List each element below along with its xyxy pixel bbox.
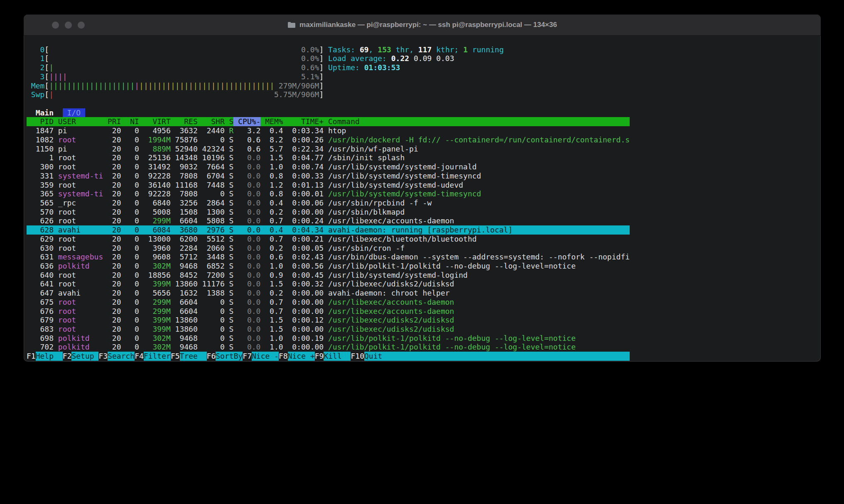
process-row-702[interactable]: 702polkitd200302M94680S0.01.00:00.00/usr… [27, 343, 630, 352]
cell-virt: 5008 [139, 208, 171, 217]
fkey-label-tree[interactable]: Tree [180, 352, 207, 361]
cell-cmd: /usr/lib/systemd/systemd-timesyncd [328, 171, 630, 181]
fkey-f10[interactable]: F10 [351, 352, 364, 361]
cell-user: systemd-ti [58, 171, 103, 181]
cell-virt: 299M [139, 216, 171, 225]
cell-pid: 640 [27, 271, 54, 280]
cell-virt: 9608 [139, 252, 171, 262]
process-row-570[interactable]: 570root200500815081300S0.00.20:00.00/usr… [27, 208, 630, 217]
column-header-s[interactable]: S [225, 117, 234, 126]
process-row-683[interactable]: 683root200399M138600S0.01.50:00.00/usr/l… [27, 325, 630, 334]
load-15min: 0.03 [432, 54, 454, 63]
cell-res: 7808 [171, 171, 198, 181]
cell-cmd: /usr/lib/polkit-1/polkitd --no-debug --l… [328, 262, 630, 271]
cell-user: avahi [58, 289, 103, 298]
process-row-628[interactable]: 628avahi200608436802976S0.00.40:04.34ava… [27, 225, 630, 235]
cell-ni: 0 [121, 289, 139, 298]
cell-cpu: 0.0 [233, 334, 260, 343]
zoom-button[interactable] [78, 22, 85, 29]
fkey-label-search[interactable]: Search [108, 352, 135, 361]
process-row-565[interactable]: 565_rpc200684032562864S0.00.40:00.06/usr… [27, 198, 630, 208]
column-header-ni[interactable]: NI [121, 117, 139, 126]
fkey-f5[interactable]: F5 [171, 352, 180, 361]
column-header-cpu[interactable]: CPU%- [233, 117, 260, 126]
kthread-count: 117 [418, 45, 432, 54]
tab-main[interactable]: Main [31, 108, 58, 117]
fkey-f1[interactable]: F1 [27, 352, 36, 361]
cell-pid: 570 [27, 208, 54, 217]
memory-meter: Mem[||||||||||||||||||||||||||||||||||||… [27, 81, 324, 90]
fkey-label-help[interactable]: Help [36, 352, 63, 361]
titlebar[interactable]: maximiliankaske — pi@raspberrypi: ~ — ss… [24, 15, 821, 36]
process-row-640[interactable]: 640root2001885684527200S0.00.90:00.45/us… [27, 271, 630, 280]
meter-bar: | [193, 81, 198, 91]
process-row-676[interactable]: 676root200299M66040S0.00.70:00.00/usr/li… [27, 307, 630, 316]
fkey-f3[interactable]: F3 [98, 352, 108, 361]
process-row-365[interactable]: 365systemd-ti2009222878080S0.00.80:00.01… [27, 189, 630, 198]
cell-pri: 20 [103, 181, 121, 190]
process-row-1082[interactable]: 1082root2001994M758760S0.68.20:00.26/usr… [27, 135, 630, 144]
process-row-1[interactable]: 1root200251361434810196S0.01.50:04.77/sb… [27, 153, 630, 162]
fkey-f4[interactable]: F4 [135, 352, 144, 361]
fkey-label-kill[interactable]: Kill [324, 352, 351, 361]
process-row-630[interactable]: 630root200396022842060S0.00.20:00.05/usr… [27, 244, 630, 253]
column-header-time[interactable]: TIME+ [283, 117, 324, 126]
meter-bar: | [148, 81, 153, 91]
cell-res: 3680 [171, 225, 198, 235]
column-header-cmd[interactable]: Command [328, 117, 630, 126]
process-row-629[interactable]: 629root2001300062005512S0.00.70:00.21/us… [27, 235, 630, 244]
process-row-1847[interactable]: 1847pi200495636322440R3.20.40:03.34htop [27, 126, 630, 135]
meter-bar: | [85, 81, 90, 91]
process-row-647[interactable]: 647avahi200565616321388S0.00.20:00.00ava… [27, 289, 630, 298]
column-header-pid[interactable]: PID [27, 117, 54, 126]
cell-s: S [225, 216, 234, 225]
cell-time: 0:00.45 [283, 271, 324, 280]
process-row-641[interactable]: 641root200399M1386011176S0.01.50:00.32/u… [27, 279, 630, 289]
minimize-button[interactable] [65, 22, 72, 29]
cell-time: 0:00.24 [283, 216, 324, 225]
thread-count: 153 [378, 45, 391, 54]
cell-time: 0:00.06 [283, 198, 324, 208]
fkey-f6[interactable]: F6 [207, 352, 216, 361]
cell-res: 6604 [171, 216, 198, 225]
column-header-virt[interactable]: VIRT [139, 117, 171, 126]
cell-pid: 331 [27, 171, 54, 181]
process-row-675[interactable]: 675root200299M66040S0.00.70:00.00/usr/li… [27, 298, 630, 307]
process-row-698[interactable]: 698polkitd200302M94680S0.01.00:00.19/usr… [27, 334, 630, 343]
process-row-1150[interactable]: 1150pi200889M5294042324S0.65.70:22.34/us… [27, 144, 630, 154]
fkey-label-setup[interactable]: Setup [71, 352, 98, 361]
fkey-label-quit[interactable]: Quit [364, 352, 391, 361]
cell-user: root [58, 162, 103, 171]
column-header-user[interactable]: USER [58, 117, 103, 126]
cell-user: root [58, 271, 103, 280]
column-header-shr[interactable]: SHR [198, 117, 225, 126]
cell-shr: 0 [198, 334, 225, 343]
fkey-f7[interactable]: F7 [243, 352, 252, 361]
column-header-mem[interactable]: MEM% [260, 117, 283, 126]
process-row-679[interactable]: 679root200399M138600S0.01.50:00.12/usr/l… [27, 316, 630, 325]
fkey-label-filter[interactable]: Filter [144, 352, 171, 361]
cell-s: S [225, 334, 234, 343]
tab-io[interactable]: I/O [63, 108, 85, 117]
cell-cmd: /usr/libexec/accounts-daemon [328, 298, 630, 307]
process-row-359[interactable]: 359root20036140111687448S0.01.20:01.13/u… [27, 181, 630, 190]
process-row-636[interactable]: 636polkitd200302M94686852S0.01.00:00.56/… [27, 262, 630, 271]
column-header-pri[interactable]: PRI [103, 117, 121, 126]
process-row-631[interactable]: 631messagebus200960857123448S0.00.60:02.… [27, 252, 630, 262]
process-row-331[interactable]: 331systemd-ti2009222878086704S0.00.80:00… [27, 171, 630, 181]
fkey-f8[interactable]: F8 [279, 352, 288, 361]
cell-cpu: 0.0 [233, 208, 260, 217]
process-row-300[interactable]: 300root2003149290327664S0.01.00:00.74/us… [27, 162, 630, 171]
fkey-label-sortby[interactable]: SortBy [216, 352, 243, 361]
cell-pid: 629 [27, 235, 54, 244]
cpu1-row: 1[0.0%]Load average: 0.22 0.09 0.03 [27, 54, 630, 63]
cell-res: 1632 [171, 289, 198, 298]
column-header-res[interactable]: RES [171, 117, 198, 126]
process-row-626[interactable]: 626root200299M66045808S0.00.70:00.24/usr… [27, 216, 630, 225]
close-button[interactable] [52, 22, 59, 29]
fkey-label-nice-[interactable]: Nice - [252, 352, 279, 361]
fkey-f9[interactable]: F9 [315, 352, 324, 361]
fkey-f2[interactable]: F2 [63, 352, 72, 361]
meter-bar: | [126, 81, 130, 91]
fkey-label-nice-[interactable]: Nice + [288, 352, 315, 361]
